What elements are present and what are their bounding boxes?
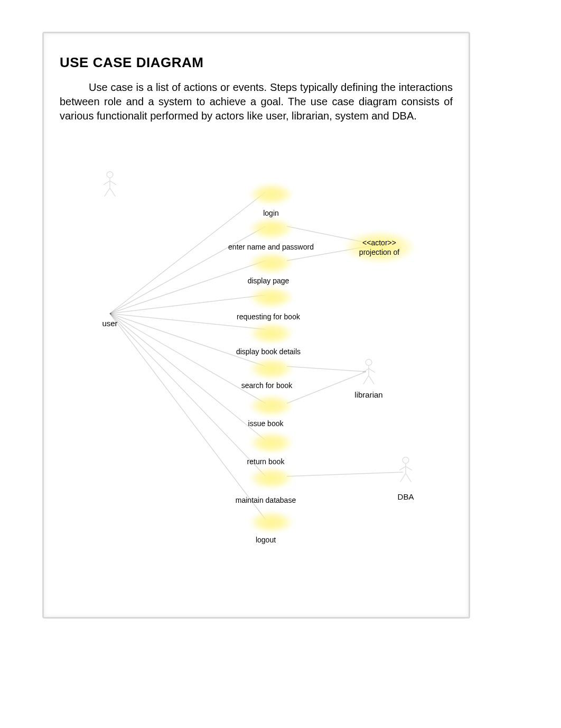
- svg-line-24: [369, 368, 375, 372]
- svg-line-31: [400, 473, 406, 482]
- svg-point-27: [403, 457, 409, 463]
- svg-line-30: [406, 466, 412, 470]
- svg-line-3: [110, 295, 266, 314]
- actor-librarian: librarian: [354, 390, 382, 399]
- svg-line-1: [110, 226, 266, 314]
- svg-line-6: [110, 314, 266, 403]
- uc-display-details-bubble: [250, 323, 292, 343]
- uc-enter-name: enter name and password: [213, 243, 329, 251]
- dba-figure-icon: [398, 456, 414, 483]
- actor-projection-label: projection of: [359, 248, 399, 256]
- intro-paragraph: Use case is a list of actions or events.…: [60, 80, 453, 123]
- uc-issue-bubble: [250, 395, 292, 416]
- uc-enter-name-bubble: [250, 218, 292, 238]
- svg-line-23: [362, 368, 369, 372]
- uc-return-bubble: [250, 432, 292, 453]
- actor-projection: <<actor>> projection of: [359, 238, 399, 257]
- svg-line-18: [110, 181, 116, 185]
- uc-maintain: maintain database: [208, 496, 324, 504]
- svg-line-12: [287, 366, 366, 372]
- uc-logout: logout: [208, 536, 324, 544]
- uc-display-page: display page: [210, 277, 326, 285]
- actor-projection-stereotype: <<actor>>: [362, 238, 396, 247]
- use-case-diagram: user <<actor>> projection of librarian D…: [60, 134, 453, 567]
- page-frame: USE CASE DIAGRAM Use case is a list of a…: [42, 32, 470, 619]
- actor-user: user: [102, 319, 117, 328]
- uc-requesting: requesting for book: [210, 312, 326, 321]
- user-figure-icon: [102, 171, 118, 197]
- uc-maintain-bubble: [250, 468, 292, 488]
- svg-line-29: [399, 466, 406, 470]
- svg-line-17: [104, 181, 110, 185]
- svg-line-32: [406, 473, 411, 482]
- uc-logout-bubble: [250, 512, 292, 532]
- svg-line-19: [105, 188, 110, 196]
- svg-line-14: [287, 472, 403, 476]
- svg-line-9: [110, 314, 266, 520]
- svg-line-8: [110, 314, 266, 476]
- uc-display-details: display book details: [210, 347, 326, 356]
- librarian-figure-icon: [361, 358, 377, 385]
- page-title: USE CASE DIAGRAM: [60, 54, 453, 71]
- uc-display-page-bubble: [250, 253, 292, 273]
- uc-issue: issue book: [208, 419, 324, 428]
- uc-search-bubble: [250, 358, 292, 379]
- uc-return: return book: [208, 457, 324, 466]
- svg-line-26: [369, 375, 374, 384]
- uc-requesting-bubble: [250, 287, 292, 307]
- svg-line-20: [110, 188, 115, 196]
- svg-point-21: [366, 359, 372, 365]
- svg-line-25: [363, 375, 369, 384]
- svg-point-15: [107, 171, 113, 178]
- svg-line-5: [110, 314, 266, 366]
- uc-search: search for book: [209, 381, 325, 390]
- uc-login: login: [213, 209, 329, 217]
- actor-dba: DBA: [398, 492, 414, 501]
- svg-line-2: [110, 261, 266, 314]
- uc-login-bubble: [250, 184, 292, 204]
